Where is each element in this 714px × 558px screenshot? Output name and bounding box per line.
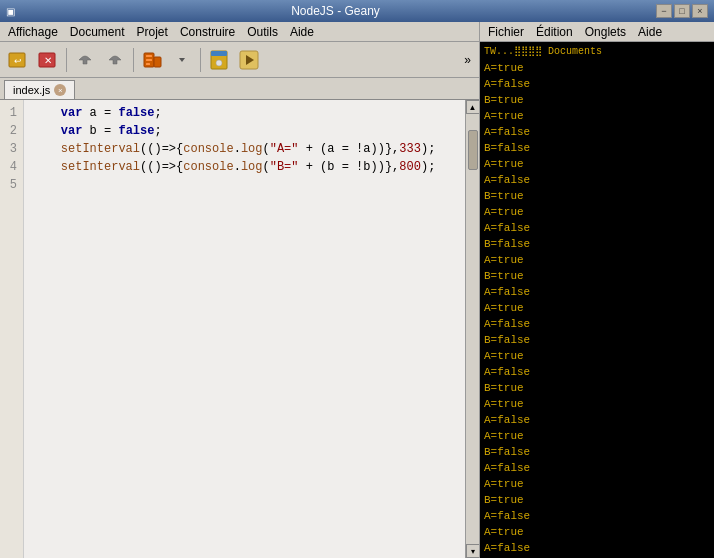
tab-label: index.js bbox=[13, 84, 50, 96]
line-number: 1 bbox=[6, 104, 17, 122]
run-icon bbox=[238, 49, 260, 71]
code-line-4: setInterval(()=>{console.log("B=" + (b =… bbox=[32, 158, 457, 176]
redo-icon bbox=[105, 50, 125, 70]
svg-rect-8 bbox=[154, 57, 161, 67]
terminal-menu-onglets[interactable]: Onglets bbox=[579, 24, 632, 40]
line-number: 4 bbox=[6, 158, 17, 176]
terminal-line: A=true bbox=[484, 252, 710, 268]
toolbar-run-button[interactable] bbox=[235, 46, 263, 74]
terminal-line: B=false bbox=[484, 140, 710, 156]
maximize-button[interactable]: □ bbox=[674, 4, 690, 18]
terminal-menu-fichier[interactable]: Fichier bbox=[482, 24, 530, 40]
toolbar-back-button[interactable]: ↩ bbox=[4, 46, 32, 74]
terminal-menu-aide[interactable]: Aide bbox=[632, 24, 668, 40]
terminal-line: A=false bbox=[484, 316, 710, 332]
terminal-line: B=true bbox=[484, 380, 710, 396]
code-editor[interactable]: var a = false; var b = false; setInterva… bbox=[24, 100, 465, 558]
terminal-line: A=true bbox=[484, 348, 710, 364]
terminal-line: A=true bbox=[484, 204, 710, 220]
terminal-line: A=false bbox=[484, 284, 710, 300]
scroll-thumb[interactable] bbox=[468, 130, 478, 170]
back-icon: ↩ bbox=[8, 50, 28, 70]
toolbar-undo-button[interactable] bbox=[71, 46, 99, 74]
terminal-line: B=true bbox=[484, 268, 710, 284]
toolbar-sep1 bbox=[66, 48, 67, 72]
tabbar: index.js × bbox=[0, 78, 479, 100]
editor-area: 1 2 3 4 5 var a = false; var b = false; … bbox=[0, 100, 479, 558]
terminal-line: A=true bbox=[484, 524, 710, 540]
main-container: Affichage Document Projet Construire Out… bbox=[0, 22, 714, 558]
svg-rect-5 bbox=[146, 55, 152, 57]
titlebar-title: NodeJS - Geany bbox=[15, 4, 656, 18]
toolbar-dropdown-button[interactable] bbox=[168, 46, 196, 74]
terminal-line: A=false bbox=[484, 172, 710, 188]
menu-outils[interactable]: Outils bbox=[241, 24, 284, 40]
scroll-down-arrow[interactable]: ▾ bbox=[466, 544, 480, 558]
terminal-line: A=true bbox=[484, 428, 710, 444]
toolbar-sep3 bbox=[200, 48, 201, 72]
terminal-menubar: Fichier Édition Onglets Aide bbox=[480, 22, 714, 42]
menu-construire[interactable]: Construire bbox=[174, 24, 241, 40]
minimize-button[interactable]: − bbox=[656, 4, 672, 18]
build-icon bbox=[141, 49, 163, 71]
terminal-line: A=true bbox=[484, 108, 710, 124]
toolbar-more-button[interactable]: » bbox=[460, 51, 475, 69]
terminal-line: A=false bbox=[484, 220, 710, 236]
terminal-line: A=false bbox=[484, 412, 710, 428]
line-number: 3 bbox=[6, 140, 17, 158]
toolbar-bookmark-button[interactable] bbox=[205, 46, 233, 74]
terminal-line: B=false bbox=[484, 332, 710, 348]
line-number: 5 bbox=[6, 176, 17, 194]
terminal-line: A=true bbox=[484, 396, 710, 412]
titlebar: ▣ NodeJS - Geany − □ × bbox=[0, 0, 714, 22]
svg-text:↩: ↩ bbox=[14, 56, 22, 66]
code-line-2: var b = false; bbox=[32, 122, 457, 140]
toolbar-redo-button[interactable] bbox=[101, 46, 129, 74]
svg-rect-11 bbox=[211, 51, 227, 56]
terminal-line: B=false bbox=[484, 236, 710, 252]
menu-aide[interactable]: Aide bbox=[284, 24, 320, 40]
terminal-line: A=true bbox=[484, 476, 710, 492]
menu-projet[interactable]: Projet bbox=[131, 24, 174, 40]
code-line-5 bbox=[32, 176, 457, 194]
terminal-line: A=false bbox=[484, 508, 710, 524]
menu-document[interactable]: Document bbox=[64, 24, 131, 40]
editor-scrollbar[interactable]: ▲ ▾ bbox=[465, 100, 479, 558]
terminal-line: A=false bbox=[484, 364, 710, 380]
svg-point-12 bbox=[216, 60, 222, 66]
terminal-line: A=false bbox=[484, 124, 710, 140]
toolbar-sep2 bbox=[133, 48, 134, 72]
menu-affichage[interactable]: Affichage bbox=[2, 24, 64, 40]
svg-marker-9 bbox=[179, 58, 185, 62]
terminal-line: A=false bbox=[484, 460, 710, 476]
line-number: 2 bbox=[6, 122, 17, 140]
undo-icon bbox=[75, 50, 95, 70]
terminal-line: A=false bbox=[484, 76, 710, 92]
geany-menubar: Affichage Document Projet Construire Out… bbox=[0, 22, 479, 42]
scroll-up-arrow[interactable]: ▲ bbox=[466, 100, 480, 114]
toolbar: ↩ ✕ bbox=[0, 42, 479, 78]
terminal-line: B=true bbox=[484, 492, 710, 508]
terminal-line: B=true bbox=[484, 188, 710, 204]
terminal-line: A=true bbox=[484, 156, 710, 172]
terminal-menu-edition[interactable]: Édition bbox=[530, 24, 579, 40]
code-line-3: setInterval(()=>{console.log("A=" + (a =… bbox=[32, 140, 457, 158]
toolbar-close-file-button[interactable]: ✕ bbox=[34, 46, 62, 74]
dropdown-arrow-icon bbox=[177, 52, 187, 68]
terminal-line: B=true bbox=[484, 92, 710, 108]
toolbar-build-button[interactable] bbox=[138, 46, 166, 74]
terminal-line: A=false bbox=[484, 540, 710, 556]
close-button[interactable]: × bbox=[692, 4, 708, 18]
svg-text:✕: ✕ bbox=[44, 55, 52, 66]
bookmark-icon bbox=[209, 49, 229, 71]
titlebar-controls: − □ × bbox=[656, 4, 708, 18]
terminal-line: B=false bbox=[484, 444, 710, 460]
svg-rect-6 bbox=[146, 59, 152, 61]
tab-indexjs[interactable]: index.js × bbox=[4, 80, 75, 99]
code-line-1: var a = false; bbox=[32, 104, 457, 122]
tab-close-icon[interactable]: × bbox=[54, 84, 66, 96]
geany-panel: Affichage Document Projet Construire Out… bbox=[0, 22, 480, 558]
titlebar-icon: ▣ bbox=[6, 6, 15, 17]
svg-rect-7 bbox=[146, 63, 150, 65]
terminal-panel: Fichier Édition Onglets Aide TW...⣿⣿⣿⣿ D… bbox=[480, 22, 714, 558]
